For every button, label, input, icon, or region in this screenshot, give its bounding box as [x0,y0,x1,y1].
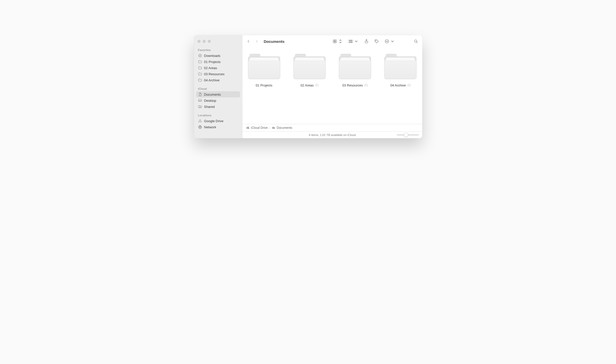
sidebar-item-downloads[interactable]: Downloads [196,53,240,59]
sidebar-item-label: 03 Resources [204,72,225,76]
sidebar-item-03-resources[interactable]: 03 Resources [196,71,240,77]
path-segment-icloud-drive[interactable]: iCloud Drive [251,126,268,130]
sidebar-item-label: Downloads [204,54,220,58]
view-switcher-button[interactable] [332,39,343,44]
sidebar: Favorites Downloads 01 Projects 02 Areas… [194,35,242,138]
sidebar-item-label: Shared [204,105,215,109]
path-bar: iCloud Drive › Documents [242,124,422,131]
desktop-icon [198,98,202,103]
search-button[interactable] [414,39,418,44]
svg-rect-11 [350,42,351,43]
chevron-down-icon [390,39,395,44]
svg-rect-10 [350,40,351,41]
cloud-icon [246,126,250,130]
section-title-favorites: Favorites [196,48,240,53]
group-icon [348,39,353,44]
sidebar-item-label: 04 Archive [204,78,220,82]
window-controls [196,40,240,43]
folder-name: 03 Resources [342,83,363,87]
ellipsis-circle-icon [385,39,389,44]
sidebar-item-04-archive[interactable]: 04 Archive [196,77,240,83]
status-bar: 4 items, 1.01 TB available on iCloud [242,131,422,138]
svg-point-15 [375,40,376,41]
slider-thumb[interactable] [404,133,408,137]
forward-button[interactable] [255,39,259,44]
svg-point-17 [386,41,386,42]
folder-item-03-resources[interactable]: 03 Resources [337,54,373,87]
icon-view[interactable]: 01 Projects 02 Areas [242,48,422,124]
status-text: 4 items, 1.01 TB available on iCloud [309,133,356,136]
svg-rect-4 [333,40,335,41]
folder-name: 04 Archive [390,83,406,87]
sidebar-item-shared[interactable]: Shared [196,104,240,110]
tags-button[interactable] [374,39,379,44]
icon-size-slider[interactable] [397,134,419,135]
group-button[interactable] [348,39,359,44]
sidebar-item-label: Google Drive [204,119,224,123]
toolbar: Documents [242,35,422,48]
close-button[interactable] [198,40,201,43]
svg-rect-5 [335,40,336,41]
sidebar-item-label: Documents [204,93,221,96]
sidebar-item-label: Network [204,125,216,129]
folder-icon [198,66,202,70]
svg-point-19 [387,41,388,42]
folder-icon [272,126,275,130]
grid-icon [332,39,337,44]
cloud-download-icon [407,84,411,87]
path-separator-icon: › [269,126,270,129]
svg-point-2 [200,107,200,107]
globe-icon [198,125,202,129]
up-down-chevron-icon [338,39,343,44]
folder-item-04-archive[interactable]: 04 Archive [383,54,418,87]
folder-name: 01 Projects [256,83,272,87]
cloud-download-icon [315,84,318,87]
cloud-download-icon [364,84,368,87]
shared-folder-icon [198,105,202,109]
section-title-icloud: iCloud [196,87,240,91]
chevron-down-icon [354,39,359,44]
folder-item-02-areas[interactable]: 02 Areas [292,54,327,87]
search-icon [414,39,418,44]
sidebar-section-locations: Locations Google Drive Network [196,114,240,130]
share-button[interactable] [364,39,369,44]
sidebar-item-01-projects[interactable]: 01 Projects [196,59,240,65]
svg-point-18 [387,41,387,42]
svg-rect-8 [349,40,350,41]
folder-icon [198,72,202,76]
sidebar-item-documents[interactable]: Documents [196,91,240,97]
sidebar-item-desktop[interactable]: Desktop [196,97,240,104]
folder-icon [198,60,202,64]
sidebar-item-02-areas[interactable]: 02 Areas [196,65,240,71]
path-segment-documents[interactable]: Documents [277,126,292,130]
share-icon [364,39,369,44]
svg-rect-13 [351,42,352,43]
google-drive-icon [198,119,202,123]
folder-icon [198,78,202,82]
folder-item-01-projects[interactable]: 01 Projects [247,54,282,87]
folder-icon [384,54,416,79]
svg-rect-6 [333,42,335,43]
folder-icon [339,54,371,79]
folder-name: 02 Areas [301,83,314,87]
sidebar-item-label: 02 Areas [204,66,217,70]
back-button[interactable] [247,39,251,44]
sidebar-section-favorites: Favorites Downloads 01 Projects 02 Areas… [196,48,240,83]
actions-button[interactable] [385,39,395,44]
document-icon [198,92,202,96]
folder-icon [248,54,280,79]
sidebar-item-label: Desktop [204,99,216,103]
svg-rect-12 [351,40,352,41]
svg-rect-1 [199,99,202,101]
minimize-button[interactable] [203,40,206,43]
sidebar-item-network[interactable]: Network [196,124,240,130]
svg-rect-9 [349,42,350,43]
sidebar-item-google-drive[interactable]: Google Drive [196,118,240,124]
svg-point-20 [414,40,417,42]
sidebar-section-icloud: iCloud Documents Desktop Shared [196,87,240,110]
svg-rect-7 [335,42,336,43]
zoom-button[interactable] [208,40,211,43]
main-pane: Documents [242,35,422,138]
folder-icon [293,54,326,79]
sidebar-item-label: 01 Projects [204,60,221,64]
